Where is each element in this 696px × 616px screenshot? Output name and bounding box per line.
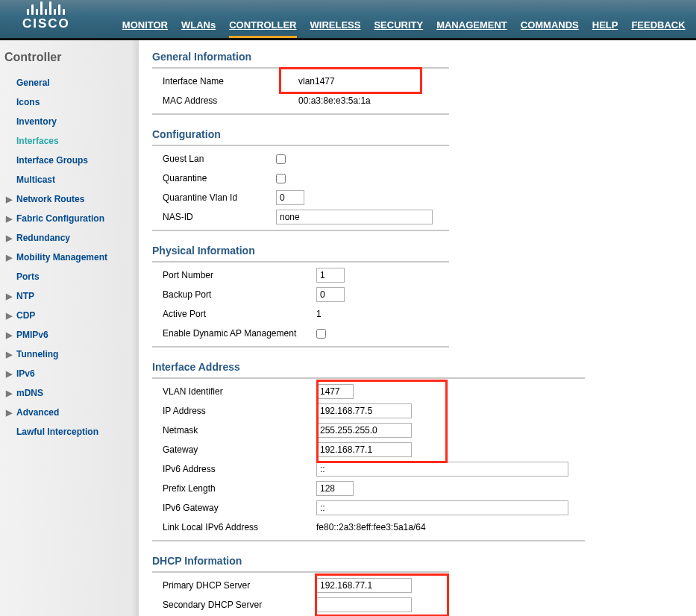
chevron-right-icon: ▶ — [6, 292, 16, 301]
section-general: Interface Name vlan1477 MAC Address 00:a… — [152, 67, 449, 115]
nav-security[interactable]: SECURITY — [374, 19, 423, 31]
chevron-right-icon: ▶ — [6, 253, 16, 263]
mac-value: 00:a3:8e:e3:5a:1a — [298, 95, 371, 106]
link-local-label: Link Local IPv6 Address — [152, 522, 316, 532]
brand-text: CISCO — [22, 16, 70, 31]
sidebar-item-ports[interactable]: ▶Ports — [0, 267, 139, 286]
nav-commands[interactable]: COMMANDS — [521, 19, 579, 31]
nav-controller[interactable]: CONTROLLER — [229, 19, 296, 38]
ipv6-gw-input[interactable] — [316, 500, 568, 515]
nasid-input[interactable] — [276, 210, 433, 224]
sidebar-item-label: Lawful Interception — [16, 427, 98, 437]
ip-input[interactable] — [316, 403, 412, 418]
sidebar-item-tunneling[interactable]: ▶Tunneling — [0, 345, 139, 364]
ipv6-gw-label: IPv6 Gateway — [152, 503, 316, 513]
backup-port-input[interactable] — [316, 287, 345, 302]
prefix-label: Prefix Length — [152, 483, 316, 494]
sidebar-item-label: Fabric Configuration — [16, 213, 104, 224]
sidebar-item-label: General — [16, 78, 50, 88]
content-area: General Information Interface Name vlan1… — [139, 40, 696, 616]
cisco-logo-bars — [27, 1, 65, 15]
nav-feedback[interactable]: FEEDBACK — [631, 19, 685, 31]
dhcp-primary-input[interactable] — [316, 578, 412, 593]
sidebar-item-label: Interface Groups — [16, 155, 88, 166]
sidebar-item-fabric-configuration[interactable]: ▶Fabric Configuration — [0, 209, 139, 228]
ipv6-input[interactable] — [316, 462, 568, 477]
prefix-input[interactable] — [316, 481, 354, 496]
sidebar-item-ipv6[interactable]: ▶IPv6 — [0, 364, 139, 383]
sidebar-item-mobility-management[interactable]: ▶Mobility Management — [0, 248, 139, 267]
gateway-input[interactable] — [316, 442, 412, 457]
section-config: Guest Lan Quarantine Quarantine Vlan Id … — [152, 145, 449, 231]
quarantine-checkbox[interactable] — [276, 174, 286, 183]
row-active-port: Active Port 1 — [152, 304, 449, 324]
row-vlan-id: VLAN Identifier — [152, 382, 585, 401]
sidebar-item-label: NTP — [16, 291, 34, 301]
guest-lan-label: Guest Lan — [152, 154, 276, 164]
port-input[interactable] — [316, 268, 345, 283]
nav-management[interactable]: MANAGEMENT — [436, 19, 507, 31]
row-nasid: NAS-ID — [152, 207, 449, 227]
sidebar-item-interface-groups[interactable]: ▶Interface Groups — [0, 151, 139, 170]
row-port: Port Number — [152, 265, 449, 285]
row-qvlan: Quarantine Vlan Id — [152, 188, 449, 207]
sidebar-item-interfaces[interactable]: ▶Interfaces — [0, 131, 139, 151]
chevron-right-icon: ▶ — [6, 195, 16, 204]
dhcp-secondary-input[interactable] — [316, 597, 412, 612]
sidebar-item-label: Ports — [16, 271, 40, 282]
sidebar-item-multicast[interactable]: ▶Multicast — [0, 170, 139, 189]
quarantine-label: Quarantine — [152, 173, 276, 183]
sidebar-item-label: Inventory — [16, 116, 57, 127]
row-dhcp-secondary: Secondary DHCP Server — [152, 595, 449, 615]
sidebar-item-redundancy[interactable]: ▶Redundancy — [0, 228, 139, 248]
sidebar-item-pmipv6[interactable]: ▶PMIPv6 — [0, 325, 139, 345]
sidebar-item-label: PMIPv6 — [16, 330, 48, 340]
cisco-logo: CISCO — [22, 1, 70, 31]
qvlan-label: Quarantine Vlan Id — [152, 192, 276, 203]
section-dhcp: Primary DHCP Server Secondary DHCP Serve… — [152, 571, 449, 616]
nasid-label: NAS-ID — [152, 212, 276, 222]
top-nav: MONITOR WLANs CONTROLLER WIRELESS SECURI… — [122, 19, 686, 38]
sidebar-item-label: Network Routes — [16, 194, 84, 204]
row-ipv6: IPv6 Address — [152, 459, 585, 479]
sidebar-item-ntp[interactable]: ▶NTP — [0, 286, 139, 306]
nav-help[interactable]: HELP — [592, 19, 618, 31]
vlan-id-input[interactable] — [316, 384, 354, 399]
section-phys: Port Number Backup Port Active Port 1 En… — [152, 261, 449, 348]
dhcp-primary-label: Primary DHCP Server — [152, 580, 316, 591]
row-ip: IP Address — [152, 401, 585, 421]
row-guest-lan: Guest Lan — [152, 149, 449, 169]
sidebar-item-icons[interactable]: ▶Icons — [0, 92, 139, 112]
dhcp-secondary-label: Secondary DHCP Server — [152, 600, 316, 610]
sidebar-item-mdns[interactable]: ▶mDNS — [0, 383, 139, 403]
mac-label: MAC Address — [152, 95, 298, 106]
sidebar-item-cdp[interactable]: ▶CDP — [0, 306, 139, 325]
netmask-input[interactable] — [316, 423, 412, 438]
dyn-ap-checkbox[interactable] — [316, 329, 326, 339]
sidebar: Controller ▶General▶Icons▶Inventory▶Inte… — [0, 40, 139, 616]
nav-monitor[interactable]: MONITOR — [122, 19, 168, 31]
sidebar-item-lawful-interception[interactable]: ▶Lawful Interception — [0, 422, 139, 441]
guest-lan-checkbox[interactable] — [276, 154, 286, 164]
row-prefix: Prefix Length — [152, 479, 585, 498]
dyn-ap-label: Enable Dynamic AP Management — [152, 328, 316, 339]
nav-wireless[interactable]: WIRELESS — [310, 19, 361, 31]
row-backup-port: Backup Port — [152, 285, 449, 304]
backup-port-label: Backup Port — [152, 289, 316, 300]
sidebar-item-advanced[interactable]: ▶Advanced — [0, 403, 139, 422]
sidebar-title: Controller — [0, 46, 139, 73]
sidebar-item-label: Icons — [16, 97, 40, 107]
sidebar-item-network-routes[interactable]: ▶Network Routes — [0, 189, 139, 209]
interface-name-label: Interface Name — [152, 76, 298, 87]
sidebar-item-inventory[interactable]: ▶Inventory — [0, 112, 139, 131]
sidebar-item-label: Interfaces — [16, 136, 59, 146]
nav-wlans[interactable]: WLANs — [181, 19, 216, 31]
sidebar-item-general[interactable]: ▶General — [0, 73, 139, 92]
row-quarantine: Quarantine — [152, 169, 449, 188]
section-addr: VLAN Identifier IP Address Netmask Gatew… — [152, 377, 585, 541]
chevron-right-icon: ▶ — [6, 214, 16, 224]
port-label: Port Number — [152, 270, 316, 280]
sidebar-item-label: mDNS — [16, 388, 43, 398]
qvlan-input[interactable] — [276, 190, 304, 205]
section-general-title: General Information — [152, 51, 681, 63]
